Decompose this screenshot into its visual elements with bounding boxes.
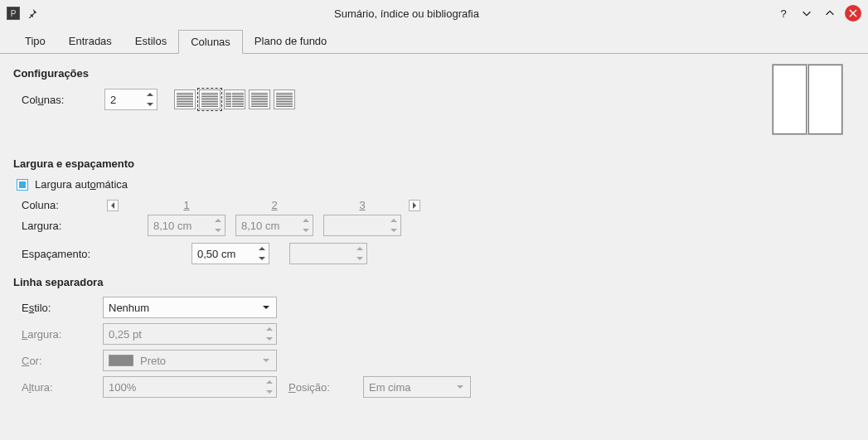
posicao-label: Posição: [289,381,363,394]
auto-width-row: Largura automática [17,178,855,191]
cor-select: Preto [103,350,277,371]
largura-1-spin: 8,10 cm [148,215,225,236]
altura-step-up [262,377,276,387]
columns-preview [772,64,843,135]
tab-estilos[interactable]: Estilos [124,30,178,54]
posicao-value: Em cima [369,381,455,394]
largura-1-value: 8,10 cm [148,220,210,232]
section-configuracoes: Configurações [13,67,855,80]
espacamento-label: Espaçamento: [13,248,104,260]
col-num-1: 1 [143,199,230,211]
pin-icon[interactable] [27,7,38,19]
checkbox-checked-icon [19,181,26,188]
close-button[interactable] [845,5,861,22]
sep-largura-spin: 0,25 pt [103,323,277,345]
coluna-label: Coluna: [13,199,104,211]
colunas-label: Colunas: [13,94,104,106]
minimize-button[interactable] [798,5,815,22]
preset-left-wide[interactable] [249,89,270,109]
column-presets [174,89,295,109]
preview-col-1 [773,65,807,134]
altura-step-down [262,387,276,397]
estilo-value: Nenhum [109,302,261,314]
tab-plano-de-fundo[interactable]: Plano de fundo [243,30,338,54]
section-linha-sep: Linha separadora [13,276,855,288]
col-num-3: 3 [318,199,406,211]
sep-largura-label: Largura: [13,328,103,341]
section-largura-espac: Largura e espaçamento [13,157,855,170]
estilo-label: Estilo: [13,302,103,314]
largura-2-step-down [298,225,313,235]
auto-width-label: Largura automática [35,178,128,191]
largura-2-spin: 8,10 cm [235,215,313,236]
preset-2-col[interactable] [199,89,221,109]
help-button[interactable]: ? [775,5,792,22]
espac-1-spin[interactable]: 0,50 cm [192,243,269,264]
espac-2-step-up [352,244,366,254]
estilo-select[interactable]: Nenhum [103,297,277,318]
preset-3-col[interactable] [224,89,245,109]
largura-label: Largura: [13,220,104,232]
sep-largura-value: 0,25 pt [104,328,261,341]
content-panel: Configurações Colunas: 2 Largura e espaç… [0,54,868,416]
estilo-chevron-down-icon [261,306,271,309]
cor-label: Cor: [13,355,103,367]
espac-2-spin [289,243,367,264]
col-nav-next[interactable] [409,200,420,211]
colunas-step-down[interactable] [143,99,157,109]
tab-colunas[interactable]: Colunas [178,30,243,54]
tab-bar: Tipo Entradas Estilos Colunas Plano de f… [0,27,868,54]
altura-spin: 100% [103,376,277,398]
espac-1-step-down[interactable] [255,254,269,264]
app-icon: P [7,7,20,20]
titlebar: P Sumário, índice ou bibliografia ? [0,0,868,27]
colunas-spin[interactable]: 2 [104,89,158,110]
largura-3-spin [323,215,401,236]
preset-right-wide[interactable] [274,89,295,109]
col-nav-prev[interactable] [107,200,119,211]
largura-2-value: 8,10 cm [236,220,298,232]
altura-value: 100% [104,381,261,394]
auto-width-checkbox[interactable] [17,179,28,191]
colunas-value[interactable]: 2 [105,94,142,106]
largura-2-step-up [298,215,313,225]
posicao-select: Em cima [363,376,471,398]
cor-value: Preto [140,355,261,367]
espac-2-step-down [352,254,366,264]
window-title: Sumário, índice ou bibliografia [38,7,775,20]
largura-1-step-up [211,215,225,225]
largura-1-step-down [211,225,225,235]
maximize-button[interactable] [822,5,838,22]
posicao-chevron-down-icon [455,385,465,389]
sep-largura-step-up [262,324,276,334]
espac-1-step-up[interactable] [255,244,269,254]
cor-chevron-down-icon [261,359,271,362]
preset-1-col[interactable] [174,89,196,109]
colunas-step-up[interactable] [143,89,157,99]
col-num-2: 2 [230,199,318,211]
tab-tipo[interactable]: Tipo [13,30,57,54]
preview-col-2 [808,65,842,134]
cor-swatch [109,355,133,366]
sep-largura-step-down [262,334,276,344]
tab-entradas[interactable]: Entradas [57,30,124,54]
espac-1-value[interactable]: 0,50 cm [192,248,254,260]
largura-3-step-up [386,215,400,225]
largura-3-step-down [386,225,400,235]
altura-label: Altura: [13,381,103,394]
